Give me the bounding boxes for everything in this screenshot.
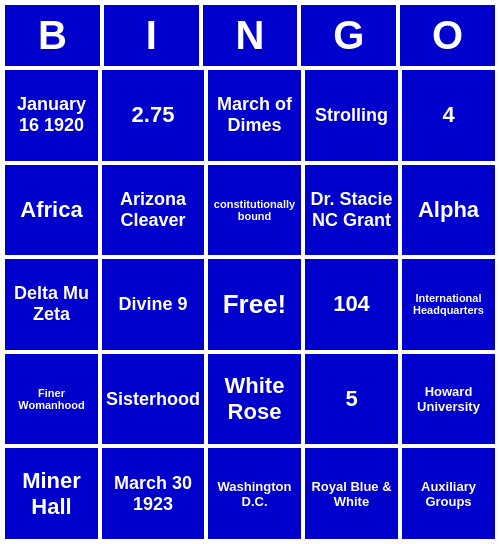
cell-r4-c0: Miner Hall [3,446,100,541]
cell-text: Dr. Stacie NC Grant [309,189,394,231]
cell-r2-c4: International Headquarters [400,257,497,352]
cell-r1-c4: Alpha [400,163,497,258]
cell-r1-c3: Dr. Stacie NC Grant [303,163,400,258]
cell-text: 4 [442,102,454,128]
cell-r0-c1: 2.75 [100,68,206,163]
cell-text: 2.75 [132,102,175,128]
cell-r2-c1: Divine 9 [100,257,206,352]
cell-text: March of Dimes [212,94,297,136]
cell-text: Alpha [418,197,479,223]
cell-text: Strolling [315,105,388,126]
cell-text: Divine 9 [118,294,187,315]
cell-r0-c4: 4 [400,68,497,163]
cell-text: Royal Blue & White [309,479,394,509]
cell-r4-c1: March 30 1923 [100,446,206,541]
cell-r2-c2: Free! [206,257,303,352]
header-letter: N [201,3,300,68]
cell-r2-c0: Delta Mu Zeta [3,257,100,352]
cell-r4-c4: Auxiliary Groups [400,446,497,541]
cell-r0-c0: January 16 1920 [3,68,100,163]
cell-r3-c2: White Rose [206,352,303,447]
cell-text: Arizona Cleaver [106,189,200,231]
cell-text: Miner Hall [9,468,94,520]
cell-r1-c0: Africa [3,163,100,258]
cell-text: Washington D.C. [212,479,297,509]
bingo-grid: January 16 19202.75March of DimesStrolli… [3,68,497,541]
cell-r1-c1: Arizona Cleaver [100,163,206,258]
cell-r3-c1: Sisterhood [100,352,206,447]
cell-text: White Rose [212,373,297,425]
cell-r0-c3: Strolling [303,68,400,163]
cell-text: Africa [20,197,82,223]
cell-r4-c3: Royal Blue & White [303,446,400,541]
cell-text: January 16 1920 [9,94,94,136]
cell-r1-c2: constitutionally bound [206,163,303,258]
cell-text: Delta Mu Zeta [9,283,94,325]
header-letter: G [299,3,398,68]
cell-text: Finer Womanhood [9,387,94,411]
cell-text: International Headquarters [406,292,491,316]
header-letter: I [102,3,201,68]
cell-r0-c2: March of Dimes [206,68,303,163]
header-letter: O [398,3,497,68]
cell-r4-c2: Washington D.C. [206,446,303,541]
bingo-header: BINGO [3,3,497,68]
cell-text: Sisterhood [106,389,200,410]
cell-text: March 30 1923 [106,473,200,515]
cell-text: 104 [333,291,370,317]
cell-text: Auxiliary Groups [406,479,491,509]
bingo-card: BINGO January 16 19202.75March of DimesS… [0,0,500,544]
cell-text: 5 [345,386,357,412]
cell-text: constitutionally bound [212,198,297,222]
cell-r3-c4: Howard University [400,352,497,447]
cell-text: Howard University [406,384,491,414]
cell-r2-c3: 104 [303,257,400,352]
cell-text: Free! [223,289,287,320]
cell-r3-c0: Finer Womanhood [3,352,100,447]
cell-r3-c3: 5 [303,352,400,447]
header-letter: B [3,3,102,68]
